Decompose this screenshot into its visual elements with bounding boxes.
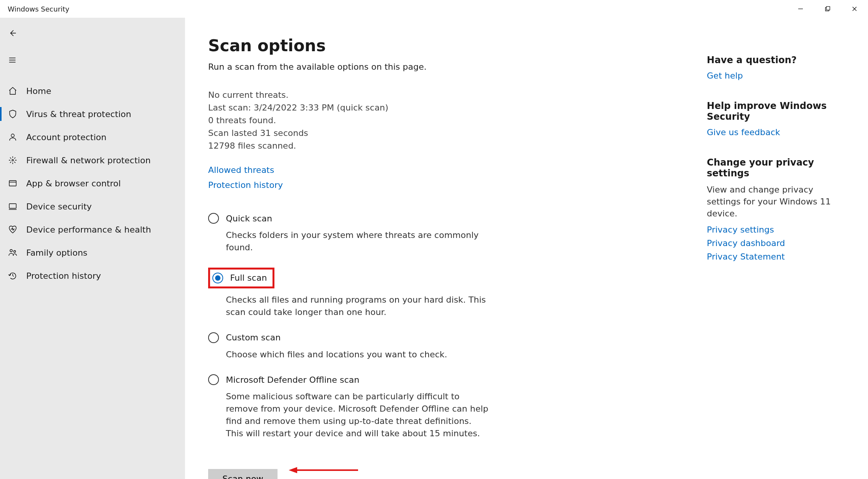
nav-item-account[interactable]: Account protection [0, 126, 185, 149]
option-desc: Checks all files and running programs on… [226, 294, 491, 318]
app-icon [8, 178, 18, 188]
history-icon [8, 271, 18, 281]
family-icon [8, 248, 18, 258]
maximize-button[interactable] [814, 0, 841, 18]
privacy-settings-link[interactable]: Privacy settings [707, 225, 845, 234]
page-subtitle: Run a scan from the available options on… [208, 62, 684, 72]
option-desc: Checks folders in your system where thre… [226, 229, 491, 254]
svg-rect-2 [826, 7, 830, 10]
svg-rect-12 [9, 204, 16, 208]
window-title: Windows Security [8, 5, 69, 13]
status-files-scanned: 12798 files scanned. [208, 139, 684, 152]
status-threats-found: 0 threats found. [208, 114, 684, 127]
improve-heading: Help improve Windows Security [707, 100, 845, 122]
option-quick-scan: Quick scan Checks folders in your system… [208, 213, 684, 254]
nav-label: Family options [26, 248, 87, 258]
firewall-icon [8, 155, 18, 165]
nav-label: Firewall & network protection [26, 156, 151, 165]
nav-label: App & browser control [26, 179, 121, 188]
home-icon [8, 86, 18, 96]
nav-label: Device performance & health [26, 225, 151, 234]
option-header[interactable]: Quick scan [208, 213, 491, 224]
privacy-section: Change your privacy settings View and ch… [707, 157, 845, 261]
privacy-heading: Change your privacy settings [707, 157, 845, 179]
privacy-dashboard-link[interactable]: Privacy dashboard [707, 238, 845, 248]
radio-custom-scan[interactable] [208, 332, 219, 343]
nav-item-firewall[interactable]: Firewall & network protection [0, 149, 185, 172]
help-heading: Have a question? [707, 55, 845, 65]
scan-status: No current threats. Last scan: 3/24/2022… [208, 89, 684, 152]
minimize-button[interactable] [787, 0, 814, 18]
svg-rect-10 [9, 181, 16, 186]
option-label: Quick scan [226, 214, 272, 223]
improve-section: Help improve Windows Security Give us fe… [707, 100, 845, 137]
nav: Home Virus & threat protection Account p… [0, 79, 185, 287]
option-custom-scan: Custom scan Choose which files and locat… [208, 332, 684, 361]
menu-button[interactable] [1, 50, 24, 70]
close-button[interactable] [841, 0, 868, 18]
titlebar: Windows Security [0, 0, 868, 18]
option-header[interactable]: Custom scan [208, 332, 491, 343]
shield-icon [8, 109, 18, 119]
main-content: Scan options Run a scan from the availab… [185, 18, 868, 479]
health-icon [8, 224, 18, 234]
account-icon [8, 132, 18, 142]
allowed-threats-link[interactable]: Allowed threats [208, 165, 274, 175]
radio-full-scan[interactable] [212, 273, 223, 283]
nav-label: Device security [26, 202, 92, 211]
option-label: Full scan [230, 273, 267, 283]
privacy-text: View and change privacy settings for you… [707, 184, 845, 219]
nav-label: Protection history [26, 271, 101, 281]
sidebar: Home Virus & threat protection Account p… [0, 18, 185, 479]
scan-options: Quick scan Checks folders in your system… [208, 213, 684, 440]
right-panel: Have a question? Get help Help improve W… [707, 36, 845, 464]
option-full-scan: Full scan Checks all files and running p… [208, 268, 684, 318]
back-button[interactable] [1, 23, 24, 43]
nav-item-app-browser[interactable]: App & browser control [0, 172, 185, 195]
option-desc: Some malicious software can be particula… [226, 390, 491, 440]
svg-point-8 [11, 134, 14, 137]
nav-label: Account protection [26, 132, 106, 142]
annotation-highlight-full-scan[interactable]: Full scan [208, 268, 274, 288]
radio-defender-offline[interactable] [208, 374, 219, 385]
option-desc: Choose which files and locations you wan… [226, 348, 491, 361]
nav-label: Virus & threat protection [26, 109, 131, 119]
device-icon [8, 201, 18, 211]
nav-item-home[interactable]: Home [0, 79, 185, 102]
option-header[interactable]: Microsoft Defender Offline scan [208, 374, 491, 385]
status-duration: Scan lasted 31 seconds [208, 127, 684, 139]
status-threats: No current threats. [208, 89, 684, 101]
status-last-scan: Last scan: 3/24/2022 3:33 PM (quick scan… [208, 101, 684, 114]
svg-point-9 [12, 159, 13, 161]
option-label: Microsoft Defender Offline scan [226, 375, 360, 385]
nav-label: Home [26, 86, 51, 96]
privacy-statement-link[interactable]: Privacy Statement [707, 252, 845, 261]
option-defender-offline: Microsoft Defender Offline scan Some mal… [208, 374, 684, 440]
nav-item-device-health[interactable]: Device performance & health [0, 218, 185, 241]
help-section: Have a question? Get help [707, 55, 845, 80]
page-title: Scan options [208, 36, 684, 55]
feedback-link[interactable]: Give us feedback [707, 127, 845, 137]
svg-point-15 [14, 251, 16, 253]
protection-history-link[interactable]: Protection history [208, 180, 684, 190]
scan-now-button[interactable]: Scan now [208, 469, 278, 479]
annotation-arrow-icon [289, 466, 358, 476]
get-help-link[interactable]: Get help [707, 71, 845, 80]
svg-point-14 [10, 250, 12, 252]
radio-quick-scan[interactable] [208, 213, 219, 224]
svg-marker-17 [289, 467, 297, 473]
nav-item-family[interactable]: Family options [0, 241, 185, 264]
window-controls [787, 0, 868, 18]
option-label: Custom scan [226, 333, 281, 342]
nav-item-virus-threat[interactable]: Virus & threat protection [0, 102, 185, 126]
nav-item-protection-history[interactable]: Protection history [0, 264, 185, 287]
nav-item-device-security[interactable]: Device security [0, 195, 185, 218]
